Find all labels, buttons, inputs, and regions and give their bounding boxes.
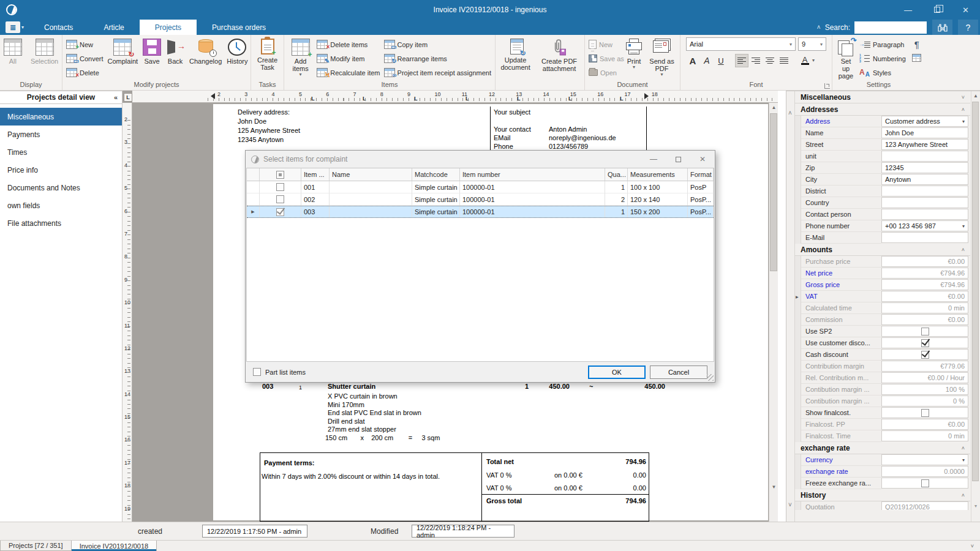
tab-article[interactable]: Article: [88, 20, 139, 35]
scroll-up-icon[interactable]: ▲: [971, 91, 980, 100]
document-new-button[interactable]: New: [587, 37, 622, 51]
sidebar-item-own-fields[interactable]: own fields: [0, 197, 122, 214]
sidebar-item-payments[interactable]: Payments: [0, 126, 122, 143]
table-header-row[interactable]: Item ... Name Matchcode Item number Qua.…: [247, 168, 714, 181]
zip-field[interactable]: 12345: [881, 162, 968, 173]
horizontal-ruler[interactable]: 23456789101112131415161718 LLLLLLL: [132, 91, 778, 103]
print-button[interactable]: Print ▾: [622, 36, 646, 70]
rearrange-items-button[interactable]: ↻Rearrange items: [382, 51, 493, 66]
table-row[interactable]: 002 Simple curtain 100000-01 2 120 x 140…: [247, 193, 714, 206]
district-field[interactable]: [881, 186, 968, 197]
right-indent-marker[interactable]: [644, 93, 649, 99]
create-task-button[interactable]: + Create Task: [253, 36, 282, 71]
chevron-up-icon[interactable]: ˄: [788, 110, 792, 116]
cancel-button[interactable]: Cancel: [650, 365, 707, 379]
back-button[interactable]: Back: [164, 36, 187, 65]
minimize-button[interactable]: —: [894, 0, 922, 20]
tab-contacts[interactable]: Contacts: [29, 20, 88, 35]
vertical-ruler[interactable]: 2345678910111213141516171819: [123, 103, 132, 522]
resize-grip[interactable]: [707, 374, 714, 381]
sidebar-item-documents-and-notes[interactable]: Documents and Notes: [0, 179, 122, 197]
panel-vertical-scrollbar[interactable]: ▲ ▾: [971, 91, 979, 522]
search-input[interactable]: [854, 21, 927, 34]
sidebar-item-price-info[interactable]: Price info: [0, 161, 122, 179]
document-vertical-scrollbar[interactable]: ▲ ▼: [769, 103, 778, 522]
font-family-select[interactable]: Arial▾: [686, 37, 796, 51]
recalculate-item-button[interactable]: ϞRecalculate item: [315, 66, 382, 80]
cash-discount-checkbox[interactable]: [921, 351, 929, 359]
sidebar-item-miscellaneous[interactable]: Miscellaneous: [0, 108, 122, 126]
section-header-addresses[interactable]: Addresses˄: [795, 103, 970, 116]
scrollbar-thumb[interactable]: [770, 113, 777, 271]
new-button[interactable]: +New: [64, 37, 105, 51]
sidebar-item-file-attachments[interactable]: File attachments: [0, 214, 122, 232]
styles-button[interactable]: Styles: [858, 66, 908, 80]
use-sp2-checkbox[interactable]: [921, 328, 929, 335]
address-select[interactable]: Customer address▾: [881, 116, 968, 127]
dialog-close-button[interactable]: ✕: [690, 151, 715, 168]
close-button[interactable]: ✕: [951, 0, 980, 20]
phone-number-select[interactable]: +00 123 456 987▾: [881, 220, 968, 231]
panel-gutter[interactable]: ˄˅: [786, 91, 795, 522]
changelog-button[interactable]: Changelog: [187, 36, 224, 65]
country-field[interactable]: [881, 197, 968, 208]
selection-button[interactable]: Selection: [28, 36, 61, 65]
city-field[interactable]: Anytown: [881, 174, 968, 185]
restore-button[interactable]: [922, 0, 951, 20]
delete-items-button[interactable]: ×Delete items: [315, 37, 382, 51]
contact-person-field[interactable]: [881, 209, 968, 220]
modify-item-button[interactable]: ✎Modify item: [315, 51, 382, 66]
align-left-button[interactable]: [735, 54, 748, 67]
add-items-button[interactable]: + Add items ▾: [286, 36, 315, 77]
show-finalcost-checkbox[interactable]: [921, 409, 929, 417]
currency-select[interactable]: ▾: [881, 454, 968, 465]
document-open-button[interactable]: Open: [587, 66, 622, 80]
dialog-title-bar[interactable]: Select items for complaint — ✕: [246, 151, 715, 168]
complaint-button[interactable]: ↻ Complaint: [105, 36, 141, 65]
column-format[interactable]: Format: [688, 168, 714, 181]
ruler-corner-tab-selector[interactable]: L: [124, 93, 132, 102]
italic-button[interactable]: A: [700, 54, 714, 67]
column-measurements[interactable]: Measurements: [628, 168, 688, 181]
dialog-maximize-button[interactable]: [666, 151, 690, 168]
app-menu-button[interactable]: ≣▾: [0, 20, 29, 35]
tab-invoice[interactable]: Invoice IV201912/0018: [72, 541, 157, 551]
scrollbar-thumb[interactable]: [972, 102, 979, 481]
table-grid-button[interactable]: [910, 51, 924, 64]
street-field[interactable]: 123 Anywhere Street: [881, 139, 968, 150]
pilcrow-button[interactable]: ¶: [910, 37, 924, 51]
ok-button[interactable]: OK: [588, 365, 646, 379]
create-pdf-attachment-button[interactable]: Create PDF attachment: [536, 36, 582, 72]
row-checkbox[interactable]: [276, 208, 284, 216]
exchange-rate-field[interactable]: 0.0000: [881, 466, 968, 477]
document-save-as-button[interactable]: Save as: [587, 51, 622, 66]
left-indent-marker[interactable]: [211, 93, 215, 99]
table-row-selected[interactable]: ▶ 003 Simple curtain 100000-01 1 150 x 2…: [247, 206, 714, 218]
scroll-down-icon[interactable]: ▼: [769, 482, 778, 492]
column-item[interactable]: Item ...: [301, 168, 330, 181]
cash-discount-checkbox-cell[interactable]: [881, 349, 968, 360]
paragraph-button[interactable]: Paragraph: [858, 37, 908, 51]
collapse-sidebar-icon[interactable]: «: [114, 94, 116, 101]
tab-purchase-orders[interactable]: Purchase orders: [197, 20, 281, 35]
set-up-page-button[interactable]: ↷ Set up page: [834, 36, 858, 80]
column-name[interactable]: Name: [330, 168, 412, 181]
row-checkbox[interactable]: [276, 195, 284, 203]
use-customer-discount-checkbox-cell[interactable]: [881, 337, 968, 348]
bold-button[interactable]: A: [686, 54, 699, 67]
delete-button[interactable]: ×Delete: [64, 66, 105, 80]
search-button[interactable]: [932, 20, 952, 35]
send-as-pdf-button[interactable]: Send as PDF ▾: [646, 36, 678, 77]
use-customer-discount-checkbox[interactable]: [921, 339, 929, 347]
freeze-exchange-rate-checkbox[interactable]: [921, 479, 929, 487]
font-size-select[interactable]: 9▾: [798, 37, 826, 51]
scroll-down-icon[interactable]: ▾: [971, 501, 980, 511]
show-finalcost-checkbox-cell[interactable]: [881, 407, 968, 418]
freeze-exchange-rate-checkbox-cell[interactable]: [881, 478, 968, 489]
section-header-miscellaneous[interactable]: Miscellaneous˅: [795, 91, 970, 103]
convert-button[interactable]: ▭Convert: [64, 51, 105, 66]
justify-button[interactable]: [777, 54, 791, 67]
section-header-amounts[interactable]: Amounts˄: [795, 244, 970, 256]
align-right-button[interactable]: [749, 54, 763, 67]
align-center-button[interactable]: [763, 54, 777, 67]
